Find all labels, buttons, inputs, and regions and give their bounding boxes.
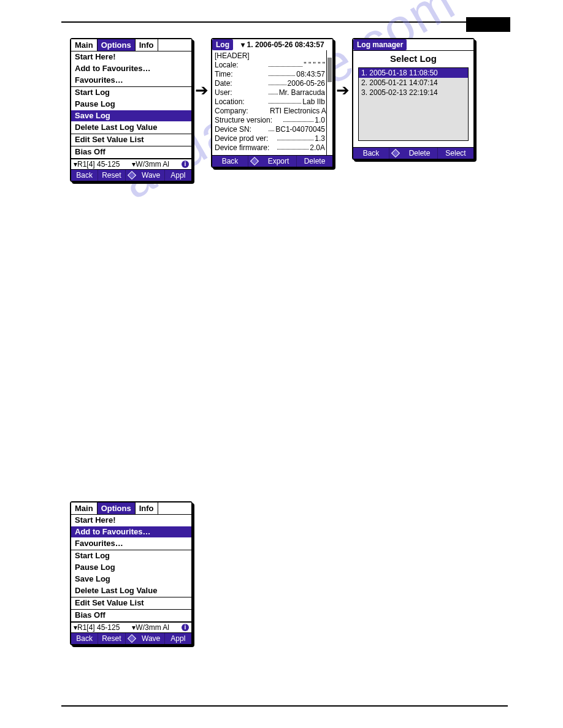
row-company: Company:RTI Electronics AB: [215, 107, 325, 116]
device-log-detail: Log ▾ 1. 2006-05-26 08:43:57 [HEADER] Lo…: [211, 38, 334, 168]
row-location: Location:Lab IIb: [215, 97, 325, 107]
export-button[interactable]: Export: [261, 156, 297, 167]
wave-button[interactable]: Wave: [138, 170, 165, 181]
footer-bar: Back Export Delete: [212, 155, 332, 167]
status-bar: ▾R1[4] 45-125 ▾W/3mm Al i: [71, 622, 191, 632]
appl-button[interactable]: Appl: [165, 633, 191, 644]
menu-save-log[interactable]: Save Log: [71, 574, 191, 585]
row-time: Time:08:43:57: [215, 70, 325, 79]
page-rule-top: [61, 21, 508, 23]
row-firmware: Device firmware:2.0A: [215, 143, 325, 153]
screens-row-2: Main Options Info Start Here! Add to Fav…: [70, 501, 193, 645]
tab-bar: Main Options Info: [71, 39, 191, 51]
select-log-title: Select Log: [353, 51, 473, 67]
header-bar: Log ▾ 1. 2006-05-26 08:43:57: [212, 39, 332, 50]
device-log-manager: Log manager Select Log 1. 2005-01-18 11:…: [352, 38, 475, 160]
header-marker: [HEADER]: [215, 51, 325, 61]
status-bar: ▾R1[4] 45-125 ▾W/3mm Al i: [71, 159, 191, 169]
row-locale: Locale:" " " " ": [215, 61, 325, 70]
footer-bar: Back Reset Wave Appl: [71, 632, 191, 644]
menu-add-favourites[interactable]: Add to Favourites…: [71, 526, 191, 538]
arrow-right-icon: ➔: [334, 81, 352, 100]
log-dropdown[interactable]: ▾ 1. 2006-05-26 08:43:57: [233, 39, 332, 50]
device-options-savelog: Main Options Info Start Here! Add to Fav…: [70, 38, 193, 182]
status-left: ▾R1[4] 45-125: [74, 623, 120, 632]
options-menu: Start Here! Add to Favourites… Favourite…: [71, 51, 191, 159]
menu-pause-log[interactable]: Pause Log: [71, 99, 191, 110]
back-button[interactable]: Back: [71, 170, 98, 181]
menu-start-here[interactable]: Start Here!: [71, 51, 191, 63]
status-right: ▾W/3mm Al: [132, 160, 169, 169]
back-button[interactable]: Back: [353, 148, 389, 159]
back-button[interactable]: Back: [212, 156, 248, 167]
log-body: [HEADER] Locale:" " " " " Time:08:43:57 …: [212, 50, 332, 155]
log-list: 1. 2005-01-18 11:08:50 2. 2005-01-21 14:…: [358, 67, 469, 141]
scrollbar[interactable]: [326, 50, 332, 155]
menu-add-favourites[interactable]: Add to Favourites…: [71, 63, 191, 75]
tab-main[interactable]: Main: [71, 502, 98, 514]
list-item[interactable]: 3. 2005-02-13 22:19:14: [359, 88, 468, 97]
menu-favourites[interactable]: Favourites…: [71, 538, 191, 550]
nav-pad-icon[interactable]: [126, 633, 138, 644]
info-icon[interactable]: i: [182, 624, 189, 631]
nav-pad-icon[interactable]: [389, 148, 402, 159]
menu-edit-set-value[interactable]: Edit Set Value List: [71, 134, 191, 146]
menu-delete-last[interactable]: Delete Last Log Value: [71, 585, 191, 597]
list-item[interactable]: 2. 2005-01-21 14:07:14: [359, 78, 468, 88]
header-bar: Log manager: [353, 39, 473, 51]
tab-main[interactable]: Main: [71, 39, 98, 51]
scrollbar-thumb[interactable]: [327, 58, 332, 82]
reset-button[interactable]: Reset: [98, 633, 125, 644]
nav-pad-icon[interactable]: [126, 170, 138, 181]
row-user: User:Mr. Barracuda: [215, 88, 325, 97]
tab-info[interactable]: Info: [136, 39, 158, 51]
menu-favourites[interactable]: Favourites…: [71, 75, 191, 86]
options-menu: Start Here! Add to Favourites… Favourite…: [71, 515, 191, 622]
select-button[interactable]: Select: [438, 148, 473, 159]
menu-start-log[interactable]: Start Log: [71, 86, 191, 99]
footer-bar: Back Reset Wave Appl: [71, 169, 191, 181]
menu-edit-set-value[interactable]: Edit Set Value List: [71, 597, 191, 609]
page-rule-bottom: [61, 705, 508, 707]
menu-start-here[interactable]: Start Here!: [71, 515, 191, 526]
tab-options[interactable]: Options: [98, 39, 136, 51]
log-tag: Log: [212, 39, 233, 50]
page-corner-block: [466, 17, 510, 32]
footer-bar: Back Delete Select: [353, 147, 473, 159]
info-icon[interactable]: i: [182, 161, 189, 168]
nav-pad-icon[interactable]: [248, 156, 261, 167]
delete-button[interactable]: Delete: [297, 156, 332, 167]
row-structver: Structure version:1.0: [215, 116, 325, 125]
tab-options[interactable]: Options: [98, 502, 136, 514]
wave-button[interactable]: Wave: [138, 633, 165, 644]
device-options-addfav: Main Options Info Start Here! Add to Fav…: [70, 501, 193, 645]
menu-bias-off[interactable]: Bias Off: [71, 146, 191, 158]
reset-button[interactable]: Reset: [98, 170, 125, 181]
status-right: ▾W/3mm Al: [132, 623, 169, 632]
row-sn: Device SN:BC1-04070045: [215, 125, 325, 134]
screens-row-1: Main Options Info Start Here! Add to Fav…: [70, 38, 475, 182]
menu-start-log[interactable]: Start Log: [71, 550, 191, 562]
tab-info[interactable]: Info: [136, 502, 158, 514]
list-item[interactable]: 1. 2005-01-18 11:08:50: [359, 68, 468, 78]
row-date: Date:2006-05-26: [215, 79, 325, 88]
tab-bar: Main Options Info: [71, 502, 191, 515]
menu-delete-last[interactable]: Delete Last Log Value: [71, 122, 191, 134]
back-button[interactable]: Back: [71, 633, 98, 644]
arrow-right-icon: ➔: [193, 81, 211, 100]
menu-save-log[interactable]: Save Log: [71, 110, 191, 122]
row-prodver: Device prod ver:1.3: [215, 134, 325, 143]
logmanager-tag: Log manager: [353, 39, 407, 50]
status-left: ▾R1[4] 45-125: [74, 160, 120, 169]
menu-bias-off[interactable]: Bias Off: [71, 609, 191, 621]
appl-button[interactable]: Appl: [165, 170, 191, 181]
delete-button[interactable]: Delete: [402, 148, 438, 159]
menu-pause-log[interactable]: Pause Log: [71, 562, 191, 574]
